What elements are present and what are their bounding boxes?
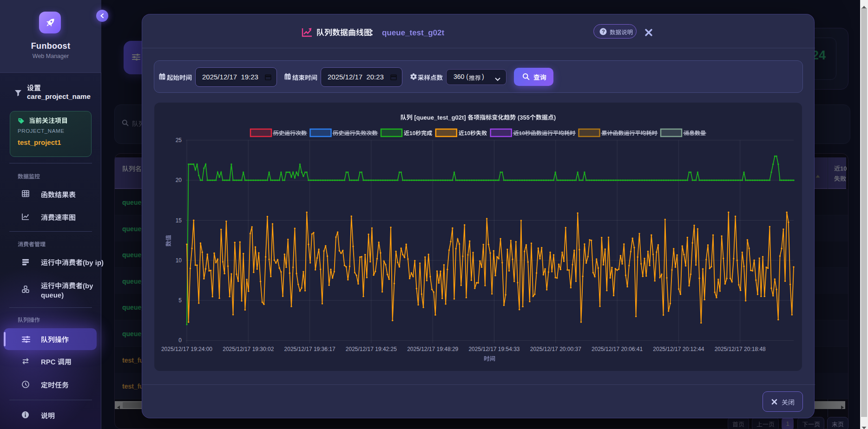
svg-text:2025/12/17 20:00:37: 2025/12/17 20:00:37 <box>530 346 581 352</box>
svg-text:2025/12/17 20:18:48: 2025/12/17 20:18:48 <box>715 346 766 352</box>
svg-text:2025/12/17 20:12:44: 2025/12/17 20:12:44 <box>653 346 704 352</box>
svg-text:2025/12/17 19:24:00: 2025/12/17 19:24:00 <box>161 346 212 352</box>
svg-text:2025/12/17 19:54:33: 2025/12/17 19:54:33 <box>468 346 519 352</box>
svg-text:15: 15 <box>176 217 182 224</box>
svg-text:2025/12/17 20:06:41: 2025/12/17 20:06:41 <box>592 346 643 352</box>
svg-text:2025/12/17 19:42:25: 2025/12/17 19:42:25 <box>346 346 397 352</box>
svg-text:5: 5 <box>178 297 182 304</box>
svg-text:25: 25 <box>176 137 182 143</box>
svg-text:10: 10 <box>176 257 182 264</box>
svg-text:20: 20 <box>176 177 182 183</box>
svg-text:0: 0 <box>178 337 182 344</box>
svg-text:2025/12/17 19:36:17: 2025/12/17 19:36:17 <box>284 346 335 352</box>
svg-text:2025/12/17 19:48:29: 2025/12/17 19:48:29 <box>407 346 458 352</box>
svg-text:2025/12/17 19:30:02: 2025/12/17 19:30:02 <box>223 346 274 352</box>
